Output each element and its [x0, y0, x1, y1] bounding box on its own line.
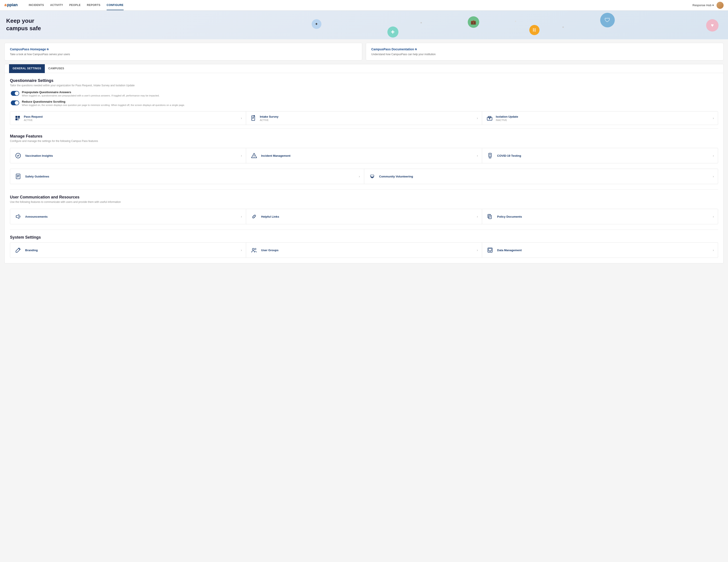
- announcements-chevron: ›: [241, 215, 242, 218]
- hero-title: Keep your campus safe: [6, 17, 722, 32]
- main-panel: GENERAL SETTINGS CAMPUSES Questionnaire …: [4, 64, 724, 263]
- feature-helpful-links[interactable]: Helpful Links ›: [246, 209, 482, 224]
- manage-features-title: Manage Features: [10, 134, 718, 139]
- user-communication-section: User Communication and Resources Use the…: [5, 190, 723, 209]
- svg-rect-23: [17, 176, 19, 176]
- questionnaire-title: Questionnaire Settings: [10, 78, 718, 83]
- svg-rect-33: [488, 249, 492, 251]
- app-logo[interactable]: a ppian: [4, 2, 22, 8]
- svg-rect-29: [489, 217, 490, 218]
- pass-request-icon: [14, 115, 21, 122]
- incident-icon: [250, 152, 258, 160]
- external-link-icon-homepage: ⧉: [47, 48, 49, 51]
- svg-rect-22: [17, 175, 19, 175]
- info-card-homepage[interactable]: CampusPass Homepage ⧉ Take a look at how…: [4, 43, 362, 60]
- feature-community-volunteering[interactable]: Community Volunteering ›: [364, 169, 718, 184]
- safety-guidelines-label: Safety Guidelines: [25, 175, 356, 178]
- isolation-update-name: Isolation Update: [496, 115, 710, 118]
- vaccination-icon: [14, 152, 22, 160]
- info-card-documentation[interactable]: CampusPass Documentation ⧉ Understand ho…: [366, 43, 724, 60]
- feature-safety-guidelines[interactable]: Safety Guidelines ›: [10, 169, 364, 184]
- covid-testing-label: COVID-19 Testing: [497, 154, 710, 157]
- questionnaire-section: Questionnaire Settings Tailor the questi…: [5, 73, 723, 111]
- svg-point-34: [489, 251, 490, 252]
- svg-rect-5: [18, 118, 19, 119]
- svg-rect-9: [252, 117, 254, 117]
- svg-rect-12: [254, 115, 255, 116]
- tab-campuses[interactable]: CAMPUSES: [45, 64, 68, 73]
- feature-data-management[interactable]: Data Management ›: [482, 243, 718, 258]
- svg-rect-20: [489, 155, 491, 155]
- feature-branding[interactable]: Branding ›: [10, 243, 246, 258]
- user-communication-title: User Communication and Resources: [10, 195, 718, 200]
- vaccination-insights-chevron: ›: [241, 154, 242, 157]
- safety-guidelines-chevron: ›: [359, 175, 360, 178]
- tab-general-settings[interactable]: GENERAL SETTINGS: [9, 64, 45, 73]
- nav-incidents[interactable]: INCIDENTS: [29, 0, 44, 10]
- policy-documents-label: Policy Documents: [497, 215, 710, 218]
- svg-text:a: a: [4, 3, 7, 7]
- vaccination-insights-label: Vaccination Insights: [25, 154, 238, 157]
- toggle-reduce-scrolling: Reduce Questionnaire Scrolling When togg…: [10, 100, 718, 106]
- quest-card-intake-survey[interactable]: Intake Survey ACTIVE ›: [246, 111, 482, 125]
- info-cards: CampusPass Homepage ⧉ Take a look at how…: [0, 39, 728, 64]
- nav-people[interactable]: PEOPLE: [69, 0, 81, 10]
- data-management-label: Data Management: [497, 249, 710, 252]
- covid-testing-icon: [486, 152, 494, 160]
- svg-rect-2: [15, 116, 17, 118]
- announcements-icon: [14, 213, 22, 221]
- manage-features-desc: Configure and manage the settings for th…: [10, 140, 718, 143]
- svg-rect-15: [489, 118, 490, 119]
- toggle-prepopulate-switch[interactable]: [11, 91, 19, 96]
- announcements-label: Announcements: [25, 215, 238, 218]
- response-hub-button[interactable]: Response Hub ▾: [692, 4, 714, 7]
- feature-covid-testing[interactable]: COVID-19 Testing ›: [482, 148, 718, 163]
- pass-request-status: ACTIVE: [24, 119, 238, 121]
- policy-documents-chevron: ›: [713, 215, 714, 218]
- svg-rect-19: [489, 154, 491, 155]
- user-groups-label: User Groups: [261, 249, 474, 252]
- isolation-update-status: INACTIVE: [496, 119, 710, 121]
- manage-features-grid-top: Vaccination Insights › Incident Manageme…: [10, 148, 718, 163]
- svg-rect-35: [490, 251, 491, 251]
- info-card-docs-desc: Understand how CampusPass can help your …: [371, 53, 718, 56]
- user-communication-grid: Announcements › Helpful Links ›: [10, 209, 718, 224]
- svg-text:ppian: ppian: [7, 3, 18, 7]
- info-card-homepage-desc: Take a look at how CampusPass serves you…: [10, 53, 357, 56]
- intake-survey-status: ACTIVE: [260, 119, 474, 121]
- avatar[interactable]: [717, 2, 724, 9]
- helpful-links-icon: [250, 213, 258, 221]
- feature-announcements[interactable]: Announcements ›: [10, 209, 246, 224]
- nav-configure[interactable]: CONFIGURE: [107, 0, 124, 10]
- svg-point-17: [254, 157, 254, 157]
- incident-management-label: Incident Management: [261, 154, 474, 157]
- nav-activity[interactable]: ACTIVITY: [50, 0, 63, 10]
- toggle-prepopulate-label: Prepopulate Questionnaire Answers: [22, 91, 160, 94]
- data-management-chevron: ›: [713, 248, 714, 252]
- svg-rect-27: [489, 216, 491, 217]
- manage-features-section: Manage Features Configure and manage the…: [5, 129, 723, 148]
- feature-incident-management[interactable]: Incident Management ›: [246, 148, 482, 163]
- isolation-update-chevron: ›: [713, 116, 714, 120]
- hero-banner: Keep your campus safe ✦ ✚ 💼 ⛓ 🛡 ♥: [0, 11, 728, 39]
- quest-card-pass-request[interactable]: Pass Request ACTIVE ›: [10, 111, 246, 125]
- policy-documents-icon: [486, 213, 494, 221]
- nav-reports[interactable]: REPORTS: [87, 0, 101, 10]
- nav-links: INCIDENTS ACTIVITY PEOPLE REPORTS CONFIG…: [29, 0, 692, 10]
- community-volunteering-chevron: ›: [713, 175, 714, 178]
- feature-policy-documents[interactable]: Policy Documents ›: [482, 209, 718, 224]
- questionnaire-cards: Pass Request ACTIVE › Intake Survey ACTI…: [10, 111, 718, 125]
- intake-survey-name: Intake Survey: [260, 115, 474, 118]
- toggle-prepopulate-desc: When toggled on, questionnaires are prep…: [22, 94, 160, 97]
- branding-label: Branding: [25, 249, 238, 252]
- feature-user-groups[interactable]: User Groups ›: [246, 243, 482, 258]
- feature-vaccination-insights[interactable]: Vaccination Insights ›: [10, 148, 246, 163]
- community-volunteering-icon: [368, 172, 376, 180]
- helpful-links-chevron: ›: [477, 215, 478, 218]
- intake-survey-icon: [250, 115, 257, 122]
- svg-rect-11: [252, 119, 253, 119]
- toggle-scrolling-switch[interactable]: [11, 100, 19, 105]
- user-groups-chevron: ›: [477, 248, 478, 252]
- external-link-icon-docs: ⧉: [415, 48, 417, 51]
- quest-card-isolation-update[interactable]: Isolation Update INACTIVE ›: [482, 111, 718, 125]
